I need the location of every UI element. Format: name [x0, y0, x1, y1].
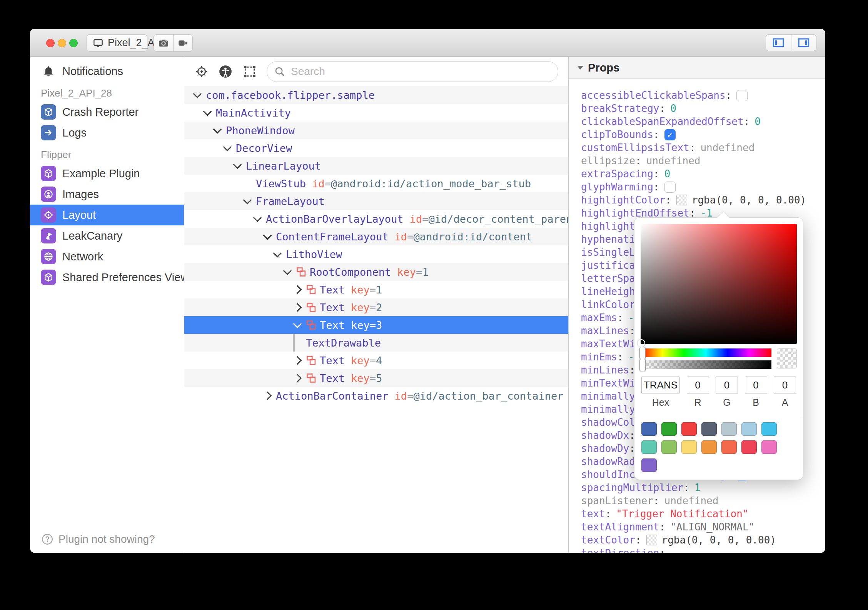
color-swatch[interactable] — [701, 440, 717, 454]
search-input[interactable] — [290, 65, 555, 78]
tree-node[interactable]: LinearLayout — [184, 157, 568, 175]
tree-node[interactable]: Text key=2 — [184, 298, 568, 316]
chevron-down-icon[interactable] — [233, 157, 246, 175]
tree-node[interactable]: ViewStub id=@android:id/action_mode_bar_… — [184, 175, 568, 192]
tree-node[interactable]: ActionBarOverlayLayout id=@id/decor_cont… — [184, 210, 568, 228]
titlebar: Pixel_2_API_28 — [30, 29, 825, 57]
tree-node[interactable]: PhoneWindow — [184, 122, 568, 139]
chevron-down-icon[interactable] — [193, 86, 206, 104]
sidebar-item-crash-reporter[interactable]: Crash Reporter — [30, 102, 184, 122]
alpha-label: A — [782, 397, 788, 408]
chevron-right-icon[interactable] — [263, 387, 276, 405]
color-chip[interactable] — [676, 195, 687, 205]
hex-input[interactable] — [641, 377, 680, 393]
plugin-help-link[interactable]: Plugin not showing? — [41, 533, 155, 546]
toggle-left-sidebar-button[interactable] — [766, 35, 791, 51]
sidebar-item-layout[interactable]: Layout — [30, 205, 184, 225]
tree-node[interactable]: com.facebook.flipper.sample — [184, 86, 568, 104]
chevron-right-icon[interactable] — [293, 281, 306, 298]
sidebar-item-logs[interactable]: Logs — [30, 122, 184, 143]
props-title: Props — [588, 62, 619, 74]
chevron-right-icon[interactable] — [293, 298, 306, 316]
color-swatch[interactable] — [721, 422, 737, 436]
layout-tree-panel: com.facebook.flipper.sample MainActivity… — [184, 57, 568, 553]
color-swatch[interactable] — [761, 440, 777, 454]
chevron-right-icon[interactable] — [293, 352, 306, 369]
tree-node[interactable]: DecorView — [184, 139, 568, 157]
chevron-down-icon[interactable] — [213, 122, 226, 139]
color-swatch[interactable] — [701, 422, 717, 436]
green-input[interactable] — [716, 377, 738, 393]
tree-node[interactable]: LithoView — [184, 245, 568, 263]
screenshot-button[interactable] — [154, 35, 173, 51]
sidebar-item-shared-preferences[interactable]: Shared Preferences Viewer — [30, 267, 184, 288]
chevron-down-icon[interactable] — [223, 139, 236, 157]
sidebar-item-leakcanary[interactable]: LeakCanary — [30, 225, 184, 246]
color-swatch[interactable] — [641, 440, 657, 454]
checkbox-checked[interactable] — [664, 129, 676, 140]
toggle-right-sidebar-button[interactable] — [791, 35, 816, 51]
flipper-window: Pixel_2_API_28 — [30, 29, 825, 553]
tree-node-selected[interactable]: Text key=3 — [184, 316, 568, 334]
sidebar-item-images[interactable]: Images — [30, 184, 184, 205]
tree-node[interactable]: FrameLayout — [184, 192, 568, 210]
tree-node[interactable]: MainActivity — [184, 104, 568, 122]
litho-component-icon — [306, 373, 320, 383]
tree-node[interactable]: Text key=1 — [184, 281, 568, 298]
red-input[interactable] — [687, 377, 709, 393]
hue-handle[interactable] — [639, 347, 646, 359]
close-window-button[interactable] — [46, 39, 55, 47]
alpha-slider[interactable] — [641, 360, 771, 369]
marquee-select-icon[interactable] — [242, 64, 257, 79]
props-header[interactable]: Props — [569, 57, 825, 79]
chevron-down-icon[interactable] — [273, 245, 286, 263]
sidebar-item-label: Images — [62, 188, 99, 201]
left-panel-icon — [772, 37, 785, 48]
alpha-handle[interactable] — [639, 359, 646, 371]
tree-node[interactable]: Text key=5 — [184, 369, 568, 387]
chevron-down-icon[interactable] — [203, 104, 216, 122]
color-swatch[interactable] — [641, 422, 657, 436]
tree-node[interactable]: ContentFrameLayout id=@android:id/conten… — [184, 228, 568, 245]
chevron-down-icon[interactable] — [283, 263, 296, 281]
color-swatch[interactable] — [761, 422, 777, 436]
sidebar-section-device: Pixel_2_API_28 — [30, 82, 184, 102]
checkbox-unchecked[interactable] — [736, 90, 748, 101]
device-selector-button[interactable]: Pixel_2_API_28 — [87, 34, 147, 52]
saturation-field[interactable] — [641, 224, 797, 344]
tree-node[interactable]: ActionBarContainer id=@id/action_bar_con… — [184, 387, 568, 405]
color-swatch[interactable] — [741, 422, 757, 436]
prop-row: textAlignment:"ALIGN_NORMAL" — [581, 520, 825, 533]
color-swatch[interactable] — [661, 440, 677, 454]
accessibility-mode-icon[interactable] — [218, 64, 233, 79]
target-mode-icon[interactable] — [194, 64, 209, 79]
tree-node[interactable]: RootComponent key=1 — [184, 263, 568, 281]
blue-input[interactable] — [745, 377, 767, 393]
collapse-triangle-icon — [577, 66, 583, 70]
alpha-input[interactable] — [774, 377, 796, 393]
saturation-handle[interactable] — [638, 339, 645, 347]
chevron-down-icon[interactable] — [263, 228, 276, 245]
tree-node[interactable]: Text key=4 — [184, 352, 568, 369]
sidebar-item-example-plugin[interactable]: Example Plugin — [30, 163, 184, 184]
zoom-window-button[interactable] — [69, 39, 78, 47]
color-swatch[interactable] — [681, 440, 697, 454]
hue-slider[interactable] — [641, 348, 771, 357]
color-chip[interactable] — [646, 535, 657, 545]
color-swatch[interactable] — [681, 422, 697, 436]
chevron-down-icon[interactable] — [253, 210, 266, 228]
checkbox-unchecked[interactable] — [664, 182, 676, 193]
sidebar-item-network[interactable]: Network — [30, 246, 184, 267]
chevron-down-icon[interactable] — [243, 192, 256, 210]
color-swatch[interactable] — [661, 422, 677, 436]
color-swatch[interactable] — [721, 440, 737, 454]
tree-node[interactable]: TextDrawable — [184, 334, 568, 352]
color-swatch[interactable] — [741, 440, 757, 454]
screen-record-button[interactable] — [173, 35, 193, 51]
chevron-down-icon[interactable] — [293, 316, 306, 334]
sidebar-item-notifications[interactable]: Notifications — [30, 61, 184, 82]
chevron-right-icon[interactable] — [293, 369, 306, 387]
hex-label: Hex — [652, 397, 669, 408]
color-swatch[interactable] — [641, 458, 657, 472]
minimize-window-button[interactable] — [58, 39, 66, 47]
